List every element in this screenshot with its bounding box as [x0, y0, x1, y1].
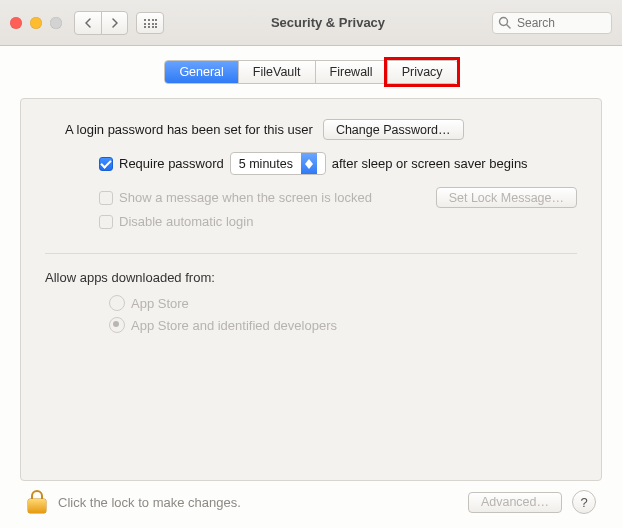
downloads-appstore-label: App Store	[131, 296, 189, 311]
downloads-radio-appstore	[109, 295, 125, 311]
tab-filevault[interactable]: FileVault	[238, 61, 315, 83]
tab-bar: General FileVault Firewall Privacy	[164, 60, 457, 84]
disable-auto-login-row: Disable automatic login	[99, 214, 577, 229]
tab-privacy[interactable]: Privacy	[387, 61, 457, 83]
advanced-button[interactable]: Advanced…	[468, 492, 562, 513]
svg-point-4	[144, 23, 146, 25]
tab-general[interactable]: General	[165, 61, 237, 83]
grid-icon	[143, 18, 157, 28]
popup-arrows-icon	[301, 153, 317, 174]
show-message-label: Show a message when the screen is locked	[119, 190, 372, 205]
minimize-window-button[interactable]	[30, 17, 42, 29]
tab-firewall[interactable]: Firewall	[315, 61, 387, 83]
show-message-checkbox	[99, 191, 113, 205]
chevron-left-icon	[84, 18, 92, 28]
downloads-option-appstore: App Store	[109, 295, 577, 311]
nav-back-forward	[74, 11, 128, 35]
window-title: Security & Privacy	[172, 15, 484, 30]
downloads-radio-identified	[109, 317, 125, 333]
login-password-set-label: A login password has been set for this u…	[65, 122, 313, 137]
disable-auto-login-label: Disable automatic login	[119, 214, 253, 229]
disable-auto-login-checkbox	[99, 215, 113, 229]
svg-point-1	[148, 19, 150, 21]
lock-icon[interactable]	[26, 489, 48, 515]
svg-point-3	[155, 19, 157, 21]
downloads-identified-label: App Store and identified developers	[131, 318, 337, 333]
traffic-lights	[10, 17, 62, 29]
svg-point-8	[144, 26, 146, 28]
set-lock-message-button: Set Lock Message…	[436, 187, 577, 208]
svg-point-2	[152, 19, 154, 21]
require-password-suffix-label: after sleep or screen saver begins	[332, 156, 528, 171]
chevron-right-icon	[111, 18, 119, 28]
svg-line-13	[507, 24, 511, 28]
require-password-delay-value: 5 minutes	[231, 153, 301, 174]
general-panel: A login password has been set for this u…	[20, 98, 602, 481]
footer: Click the lock to make changes. Advanced…	[20, 481, 602, 528]
search-icon	[498, 16, 511, 29]
show-message-row: Show a message when the screen is locked…	[99, 187, 577, 208]
nav-back-button[interactable]	[75, 12, 101, 34]
require-password-row: Require password 5 minutes after sleep o…	[99, 152, 577, 175]
help-button[interactable]: ?	[572, 490, 596, 514]
lock-hint-text: Click the lock to make changes.	[58, 495, 458, 510]
svg-point-0	[144, 19, 146, 21]
require-password-checkbox[interactable]	[99, 157, 113, 171]
svg-point-11	[155, 26, 157, 28]
require-password-prefix-label: Require password	[119, 156, 224, 171]
nav-forward-button[interactable]	[101, 12, 127, 34]
svg-point-7	[155, 23, 157, 25]
svg-point-9	[148, 26, 150, 28]
svg-point-5	[148, 23, 150, 25]
zoom-window-button[interactable]	[50, 17, 62, 29]
section-divider	[45, 253, 577, 254]
close-window-button[interactable]	[10, 17, 22, 29]
show-all-prefs-button[interactable]	[136, 12, 164, 34]
downloads-section-label: Allow apps downloaded from:	[45, 270, 577, 285]
change-password-button[interactable]: Change Password…	[323, 119, 464, 140]
svg-rect-15	[28, 499, 46, 513]
downloads-option-identified: App Store and identified developers	[109, 317, 577, 333]
window-toolbar: Security & Privacy	[0, 0, 622, 46]
svg-point-6	[152, 23, 154, 25]
search-field-container	[492, 12, 612, 34]
login-password-row: A login password has been set for this u…	[65, 119, 577, 140]
svg-point-10	[152, 26, 154, 28]
require-password-delay-popup[interactable]: 5 minutes	[230, 152, 326, 175]
